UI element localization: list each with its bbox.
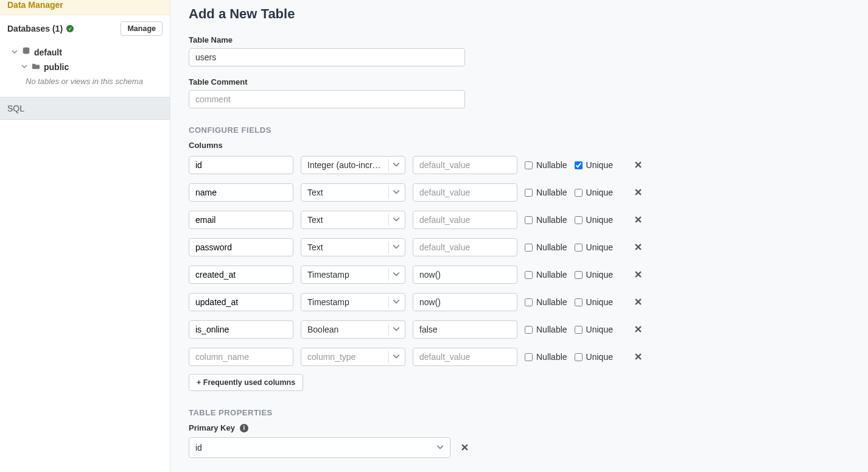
nullable-checkbox[interactable] (525, 271, 533, 279)
nullable-checkbox-group[interactable]: Nullable (525, 188, 567, 197)
column-type-value: Text (307, 188, 385, 197)
column-name-input[interactable] (189, 293, 293, 311)
column-type-select[interactable]: Boolean (301, 320, 405, 339)
unique-checkbox-group[interactable]: Unique (575, 352, 613, 362)
column-type-select[interactable]: Text (301, 183, 405, 202)
unique-checkbox[interactable] (575, 353, 583, 361)
unique-label: Unique (586, 297, 613, 307)
unique-checkbox[interactable] (575, 216, 583, 224)
column-type-select[interactable]: column_type (301, 348, 405, 366)
column-type-select[interactable]: Timestamp (301, 293, 405, 311)
column-default-input[interactable] (413, 156, 517, 174)
unique-checkbox-group[interactable]: Unique (575, 215, 613, 225)
remove-column-button[interactable] (631, 297, 645, 307)
unique-checkbox-group[interactable]: Unique (575, 297, 613, 307)
remove-column-button[interactable] (631, 215, 645, 225)
nullable-label: Nullable (536, 215, 567, 225)
nullable-label: Nullable (536, 270, 567, 280)
chevron-down-icon (436, 443, 444, 453)
column-row: TextNullableUnique (189, 238, 850, 256)
column-type-value: column_type (307, 352, 385, 362)
tree-row-database[interactable]: default (7, 44, 163, 60)
unique-checkbox-group[interactable]: Unique (575, 160, 613, 170)
column-name-input[interactable] (189, 266, 293, 284)
empty-schema-message: No tables or views in this schema (7, 74, 163, 88)
chevron-down-icon (393, 270, 400, 280)
unique-label: Unique (586, 160, 613, 170)
column-type-select[interactable]: Text (301, 238, 405, 256)
sidebar-header: Data Manager (0, 0, 170, 15)
table-name-input[interactable] (189, 48, 465, 66)
column-name-input[interactable] (189, 211, 293, 229)
nullable-checkbox-group[interactable]: Nullable (525, 352, 567, 362)
column-type-value: Text (307, 242, 385, 252)
unique-checkbox[interactable] (575, 298, 583, 306)
unique-checkbox[interactable] (575, 326, 583, 334)
column-type-value: Integer (auto-increme... (307, 160, 385, 170)
column-default-input[interactable] (413, 266, 517, 284)
remove-column-button[interactable] (631, 270, 645, 280)
nullable-checkbox-group[interactable]: Nullable (525, 297, 567, 307)
nullable-checkbox[interactable] (525, 353, 533, 361)
remove-column-button[interactable] (631, 352, 645, 362)
column-name-input[interactable] (189, 183, 293, 202)
column-default-input[interactable] (413, 183, 517, 202)
unique-checkbox-group[interactable]: Unique (575, 188, 613, 197)
unique-checkbox[interactable] (575, 271, 583, 279)
column-default-input[interactable] (413, 320, 517, 339)
chevron-down-icon[interactable] (21, 63, 28, 71)
unique-label: Unique (586, 215, 613, 225)
nullable-checkbox-group[interactable]: Nullable (525, 242, 567, 252)
remove-column-button[interactable] (631, 242, 645, 252)
unique-checkbox[interactable] (575, 244, 583, 252)
column-type-value: Timestamp (307, 270, 385, 280)
unique-checkbox-group[interactable]: Unique (575, 325, 613, 334)
column-name-input[interactable] (189, 320, 293, 339)
nullable-checkbox[interactable] (525, 161, 533, 169)
column-default-input[interactable] (413, 348, 517, 366)
databases-label: Databases (1) (7, 24, 63, 33)
primary-key-select[interactable]: id (189, 437, 450, 458)
info-icon[interactable]: i (240, 424, 248, 432)
manage-button[interactable]: Manage (121, 21, 163, 36)
unique-checkbox-group[interactable]: Unique (575, 242, 613, 252)
nullable-checkbox[interactable] (525, 189, 533, 197)
chevron-down-icon (393, 352, 400, 362)
remove-column-button[interactable] (631, 188, 645, 197)
column-default-input[interactable] (413, 293, 517, 311)
column-default-input[interactable] (413, 211, 517, 229)
nullable-checkbox-group[interactable]: Nullable (525, 325, 567, 334)
nullable-checkbox-group[interactable]: Nullable (525, 160, 567, 170)
sql-tab[interactable]: SQL (0, 97, 170, 120)
chevron-down-icon[interactable] (11, 49, 18, 56)
column-name-input[interactable] (189, 156, 293, 174)
remove-primary-key-button[interactable] (458, 443, 472, 453)
column-name-input[interactable] (189, 238, 293, 256)
column-default-input[interactable] (413, 238, 517, 256)
chevron-down-icon (393, 215, 400, 225)
remove-column-button[interactable] (631, 325, 645, 334)
unique-checkbox[interactable] (575, 189, 583, 197)
unique-checkbox-group[interactable]: Unique (575, 270, 613, 280)
column-type-select[interactable]: Text (301, 211, 405, 229)
databases-section: Databases (1) ✓ Manage (0, 15, 170, 42)
remove-column-button[interactable] (631, 160, 645, 170)
nullable-checkbox[interactable] (525, 244, 533, 252)
nullable-checkbox[interactable] (525, 298, 533, 306)
frequently-used-columns-button[interactable]: + Frequently used columns (189, 374, 303, 391)
unique-label: Unique (586, 188, 613, 197)
unique-checkbox[interactable] (575, 161, 583, 169)
primary-key-value: id (195, 443, 202, 453)
nullable-checkbox-group[interactable]: Nullable (525, 270, 567, 280)
nullable-checkbox[interactable] (525, 326, 533, 334)
column-name-input[interactable] (189, 348, 293, 366)
nullable-checkbox-group[interactable]: Nullable (525, 215, 567, 225)
column-type-select[interactable]: Timestamp (301, 266, 405, 284)
tree-row-schema[interactable]: public (7, 60, 163, 74)
column-type-select[interactable]: Integer (auto-increme... (301, 156, 405, 174)
nullable-checkbox[interactable] (525, 216, 533, 224)
table-comment-input[interactable] (189, 90, 465, 108)
schema-name: public (44, 62, 69, 72)
unique-label: Unique (586, 352, 613, 362)
unique-label: Unique (586, 325, 613, 334)
